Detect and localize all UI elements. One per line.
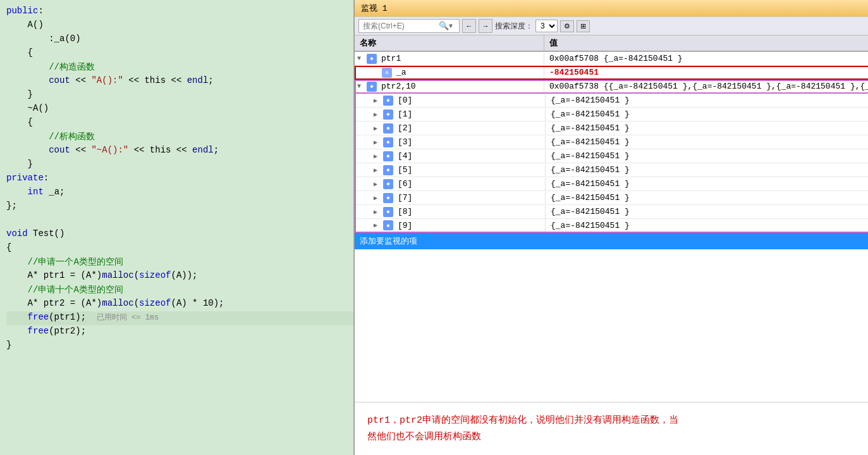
item6-expand[interactable]: ▶ [374, 180, 381, 188]
code-line: cout << "A():" << this << endl; [6, 75, 353, 89]
search-box[interactable]: 🔍 ▼ [358, 19, 460, 33]
item0-expand[interactable]: ▶ [374, 97, 381, 104]
item8-expand[interactable]: ▶ [374, 208, 381, 216]
watch-toolbar: 🔍 ▼ ← → 搜索深度： 3 1 2 4 5 ⚙ ⊞ [355, 17, 868, 35]
watch-row-ptr2[interactable]: ▼ ◆ ptr2,10 0x00af5738 {{_a=-842150451 }… [355, 80, 868, 94]
item4-value: {_a=-842150451 } [546, 150, 868, 162]
a-value: -842150451 [544, 66, 868, 78]
item4-expand[interactable]: ▶ [374, 153, 381, 160]
code-line: A() [6, 19, 353, 33]
code-line: //申请十个A类型的空间 [6, 284, 353, 297]
watch-row-3[interactable]: ▶ ◆ [3] {_a=-842150451 } A [356, 135, 868, 149]
item6-name-cell: ▶ ◆ [6] [356, 178, 546, 190]
code-line: private: [6, 172, 353, 186]
ptr2-name: ptr2,10 [381, 82, 416, 91]
code-line-free2: free(ptr2); [6, 325, 353, 339]
item2-icon: ◆ [383, 123, 393, 134]
item6-name: [6] [398, 179, 412, 189]
watch-row-9[interactable]: ▶ ◆ [9] {_a=-842150451 } A [356, 219, 868, 233]
item9-value: {_a=-842150451 } [546, 220, 868, 232]
watch-row-2[interactable]: ▶ ◆ [2] {_a=-842150451 } A [356, 122, 868, 135]
item7-icon: ◆ [383, 193, 393, 203]
code-line-close: } [6, 339, 353, 353]
ptr2-expand[interactable]: ▼ [357, 83, 365, 90]
code-line: ~A() [6, 103, 353, 116]
header-name: 名称 [355, 35, 544, 51]
ptr1-expand[interactable]: ▼ [357, 55, 365, 62]
watch-panel: 监视 1 🔍 ▼ ← → 搜索深度： 3 1 2 4 5 ⚙ ⊞ 名称 值 类型 [354, 0, 868, 455]
code-line: } [6, 158, 353, 172]
code-line: { [6, 47, 353, 61]
watch-row-7[interactable]: ▶ ◆ [7] {_a=-842150451 } A [356, 191, 868, 205]
code-line: { [6, 242, 353, 256]
search-depth-label: 搜索深度： [495, 21, 533, 32]
watch-table: 名称 值 类型 ▼ ◆ ptr1 0x00af5708 {_a=-8421504… [355, 35, 868, 402]
item3-value: {_a=-842150451 } [546, 136, 868, 148]
item5-value: {_a=-842150451 } [546, 164, 868, 176]
item1-expand[interactable]: ▶ [374, 111, 381, 118]
item1-value: {_a=-842150451 } [546, 108, 868, 120]
watch-row-8[interactable]: ▶ ◆ [8] {_a=-842150451 } A [356, 205, 868, 219]
annotation-text: ptr1，ptr2申请的空间都没有初始化，说明他们并没有调用构造函数，当然他们也… [367, 415, 678, 442]
watch-row-4[interactable]: ▶ ◆ [4] {_a=-842150451 } A [356, 149, 868, 163]
columns-button[interactable]: ⊞ [577, 20, 590, 32]
item8-value: {_a=-842150451 } [546, 206, 868, 218]
item3-expand[interactable]: ▶ [374, 139, 381, 146]
code-line [6, 214, 353, 228]
code-line: //析构函数 [6, 130, 353, 144]
options-button[interactable]: ⚙ [560, 20, 574, 32]
item0-name: [0] [398, 96, 412, 105]
code-line: :_a(0) [6, 33, 353, 47]
a-name: _a [396, 68, 406, 77]
item9-expand[interactable]: ▶ [374, 221, 381, 229]
item3-name: [3] [398, 137, 412, 147]
code-line: public: [6, 5, 353, 19]
item7-name: [7] [398, 193, 412, 203]
watch-title-bar: 监视 1 [355, 0, 868, 17]
watch-row-a[interactable]: ▶ a _a -842150451 int [355, 66, 868, 80]
watch-row-ptr1[interactable]: ▼ ◆ ptr1 0x00af5708 {_a=-842150451 } A * [355, 52, 868, 66]
code-line: cout << "~A():" << this << endl; [6, 144, 353, 158]
item5-name-cell: ▶ ◆ [5] [356, 164, 546, 177]
item7-expand[interactable]: ▶ [374, 194, 381, 202]
code-line: }; [6, 200, 353, 214]
code-content: public: A() :_a(0) { //构造函数 cout << "A()… [0, 5, 353, 353]
search-input[interactable] [363, 22, 439, 30]
add-watch-row[interactable]: 添加要监视的项 [355, 233, 868, 249]
item5-expand[interactable]: ▶ [374, 166, 381, 174]
watch-header: 名称 值 类型 [355, 35, 868, 52]
watch-row-0[interactable]: ▶ ◆ [0] {_a=-842150451 } A [356, 94, 868, 108]
code-line: void Test() [6, 228, 353, 242]
nav-forward-button[interactable]: → [479, 19, 492, 33]
ptr1-name-cell: ▼ ◆ ptr1 [355, 53, 544, 65]
code-line-free1: free(ptr1); 已用时间 <= 1ms [6, 311, 353, 325]
code-line: { [6, 116, 353, 130]
watch-row-6[interactable]: ▶ ◆ [6] {_a=-842150451 } A [356, 177, 868, 191]
ptr1-name: ptr1 [381, 54, 401, 63]
item1-name-cell: ▶ ◆ [1] [356, 108, 546, 121]
item8-name: [8] [398, 207, 412, 216]
item4-name-cell: ▶ ◆ [4] [356, 150, 546, 163]
code-line: } [6, 89, 353, 103]
ptr2-name-cell: ▼ ◆ ptr2,10 [355, 80, 544, 93]
keyword-public: public [6, 6, 38, 16]
item0-name-cell: ▶ ◆ [0] [356, 94, 546, 107]
item8-icon: ◆ [383, 207, 393, 217]
header-value: 值 [544, 35, 868, 51]
item2-expand[interactable]: ▶ [374, 125, 381, 132]
array-items-container: ▶ ◆ [0] {_a=-842150451 } A ▶ ◆ [1] {_a=-… [355, 94, 868, 233]
code-line: //申请一个A类型的空间 [6, 256, 353, 270]
watch-row-5[interactable]: ▶ ◆ [5] {_a=-842150451 } A [356, 163, 868, 177]
item9-icon: ◆ [383, 220, 393, 230]
item7-value: {_a=-842150451 } [546, 192, 868, 204]
item2-name: [2] [398, 123, 412, 133]
code-line: int _a; [6, 186, 353, 200]
item5-name: [5] [398, 165, 412, 175]
item5-icon: ◆ [383, 165, 393, 175]
watch-row-1[interactable]: ▶ ◆ [1] {_a=-842150451 } A [356, 108, 868, 122]
item9-name-cell: ▶ ◆ [9] [356, 219, 546, 232]
depth-select[interactable]: 3 1 2 4 5 [535, 20, 558, 32]
item1-name: [1] [398, 109, 412, 119]
nav-back-button[interactable]: ← [462, 19, 476, 33]
search-dropdown-icon[interactable]: ▼ [449, 23, 453, 30]
